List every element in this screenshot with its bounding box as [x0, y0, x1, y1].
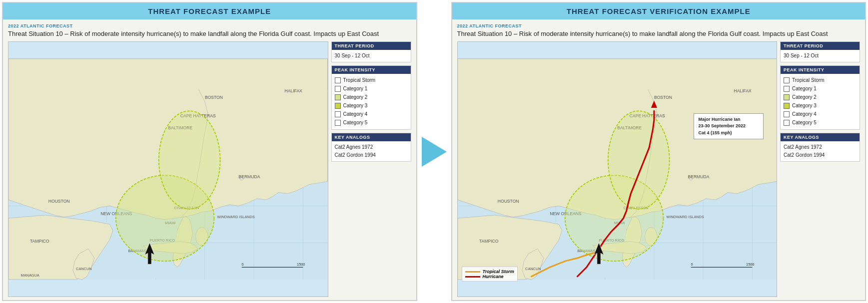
svg-text:HOUSTON: HOUSTON — [497, 199, 519, 204]
left-key-analogs-box: KEY ANALOGS Cat2 Agnes 1972 Cat2 Gordon … — [331, 133, 411, 162]
legend-label-ts: Tropical Storm — [343, 76, 376, 84]
left-threat-period-header: THREAT PERIOD — [332, 42, 411, 50]
right-arrow-icon — [422, 137, 447, 167]
right-threat-period-value: 30 Sep - 12 Oct — [781, 50, 860, 62]
left-map: BOSTON CAPE HATTERAS BALTIMORE BERMUDA H… — [8, 41, 328, 297]
r-legend-label-cat2: Category 2 — [792, 93, 817, 101]
hurricane-ian-line2: 23-30 September 2022 — [698, 123, 759, 130]
r-legend-label-ts: Tropical Storm — [792, 76, 825, 84]
r-legend-swatch-cat1 — [784, 86, 790, 92]
svg-text:WINDWARD ISLANDS: WINDWARD ISLANDS — [217, 215, 254, 219]
hurricane-ian-line1: Major Hurricane Ian — [698, 116, 759, 123]
right-panel: THREAT FORECAST VERIFICATION EXAMPLE 202… — [451, 2, 867, 301]
right-legend-content: Tropical Storm Category 1 Category 2 — [781, 74, 860, 129]
svg-text:1500: 1500 — [746, 262, 754, 267]
track-line-ts — [465, 271, 480, 273]
r-legend-swatch-ts — [784, 77, 790, 83]
right-key-analogs-header: KEY ANALOGS — [781, 133, 860, 141]
r-legend-item-cat5: Category 5 — [784, 119, 857, 127]
svg-text:1500: 1500 — [297, 262, 305, 267]
left-analog-1: Cat2 Agnes 1972 — [335, 143, 408, 151]
left-threat-period-box: THREAT PERIOD 30 Sep - 12 Oct — [331, 41, 411, 62]
left-forecast-label: 2022 ATLANTIC FORECAST — [8, 23, 411, 28]
svg-text:CANCUN: CANCUN — [525, 267, 541, 272]
legend-label-cat2: Category 2 — [343, 93, 368, 101]
legend-swatch-cat3 — [335, 103, 341, 109]
svg-text:HALIFAX: HALIFAX — [285, 89, 303, 94]
r-legend-swatch-cat3 — [784, 103, 790, 109]
r-legend-item-cat4: Category 4 — [784, 110, 857, 118]
r-legend-label-cat4: Category 4 — [792, 110, 817, 118]
left-panel-body: 2022 ATLANTIC FORECAST Threat Situation … — [3, 19, 416, 300]
r-legend-label-cat3: Category 3 — [792, 102, 817, 110]
right-forecast-text: Threat Situation 10 – Risk of moderate i… — [457, 29, 861, 38]
svg-text:HALIFAX: HALIFAX — [734, 89, 752, 94]
svg-text:0: 0 — [691, 262, 693, 267]
r-legend-swatch-cat4 — [784, 111, 790, 117]
svg-text:TAMPICO: TAMPICO — [30, 239, 49, 244]
r-legend-item-ts: Tropical Storm — [784, 76, 857, 84]
legend-label-cat5: Category 5 — [343, 119, 368, 127]
r-legend-item-cat3: Category 3 — [784, 102, 857, 110]
track-label-ts: Tropical Storm — [483, 269, 514, 274]
right-analog-1: Cat2 Agnes 1972 — [784, 143, 857, 151]
r-legend-label-cat5: Category 5 — [792, 119, 817, 127]
legend-item-ts: Tropical Storm — [335, 76, 408, 84]
legend-swatch-ts — [335, 77, 341, 83]
right-panel-body: 2022 ATLANTIC FORECAST Threat Situation … — [452, 19, 866, 300]
left-analog-2: Cat2 Gordon 1994 — [335, 151, 408, 159]
left-forecast-text: Threat Situation 10 – Risk of moderate i… — [8, 29, 411, 38]
legend-swatch-cat1 — [335, 86, 341, 92]
track-legend-hurricane: Hurricane — [465, 274, 514, 279]
hurricane-ian-box: Major Hurricane Ian 23-30 September 2022… — [694, 113, 764, 140]
left-threat-period-value: 30 Sep - 12 Oct — [332, 50, 411, 62]
left-legend-content: Tropical Storm Category 1 Category 2 — [332, 74, 411, 129]
svg-text:BOSTON: BOSTON — [654, 95, 672, 100]
left-panel-header: THREAT FORECAST EXAMPLE — [3, 3, 416, 19]
track-legend-ts: Tropical Storm — [465, 269, 514, 274]
svg-text:0: 0 — [242, 262, 244, 267]
legend-item-cat2: Category 2 — [335, 93, 408, 101]
svg-text:HOUSTON: HOUSTON — [48, 199, 70, 204]
svg-text:WINDWARD ISLANDS: WINDWARD ISLANDS — [666, 215, 704, 219]
legend-item-cat3: Category 3 — [335, 102, 408, 110]
r-legend-swatch-cat5 — [784, 120, 790, 126]
left-key-analogs-content: Cat2 Agnes 1972 Cat2 Gordon 1994 — [332, 141, 411, 161]
right-panel-header: THREAT FORECAST VERIFICATION EXAMPLE — [452, 3, 866, 19]
legend-label-cat3: Category 3 — [343, 102, 368, 110]
svg-point-30 — [159, 111, 220, 209]
r-legend-item-cat2: Category 2 — [784, 93, 857, 101]
legend-swatch-cat4 — [335, 111, 341, 117]
r-legend-swatch-cat2 — [784, 94, 790, 100]
right-analog-2: Cat2 Gordon 1994 — [784, 151, 857, 159]
right-peak-intensity-header: PEAK INTENSITY — [781, 66, 860, 74]
svg-text:MANAGUA: MANAGUA — [21, 273, 39, 278]
track-legend: Tropical Storm Hurricane — [462, 267, 518, 282]
track-label-hurricane: Hurricane — [483, 274, 504, 279]
r-legend-label-cat1: Category 1 — [792, 85, 817, 93]
right-peak-intensity-box: PEAK INTENSITY Tropical Storm Category 1 — [780, 65, 860, 130]
right-sidebar: THREAT PERIOD 30 Sep - 12 Oct PEAK INTEN… — [780, 41, 860, 297]
left-key-analogs-header: KEY ANALOGS — [332, 133, 411, 141]
left-peak-intensity-header: PEAK INTENSITY — [332, 66, 411, 74]
left-map-svg: BOSTON CAPE HATTERAS BALTIMORE BERMUDA H… — [8, 42, 328, 297]
transition-arrow — [419, 0, 449, 303]
svg-text:TAMPICO: TAMPICO — [479, 239, 498, 244]
right-key-analogs-box: KEY ANALOGS Cat2 Agnes 1972 Cat2 Gordon … — [780, 133, 860, 162]
legend-item-cat5: Category 5 — [335, 119, 408, 127]
left-content-row: BOSTON CAPE HATTERAS BALTIMORE BERMUDA H… — [8, 41, 411, 297]
right-forecast-label: 2022 ATLANTIC FORECAST — [457, 23, 861, 28]
right-content-row: BOSTON CAPE HATTERAS BALTIMORE BERMUDA H… — [457, 41, 861, 297]
legend-swatch-cat5 — [335, 120, 341, 126]
legend-item-cat4: Category 4 — [335, 110, 408, 118]
legend-label-cat1: Category 1 — [343, 85, 368, 93]
right-key-analogs-content: Cat2 Agnes 1972 Cat2 Gordon 1994 — [781, 141, 860, 161]
right-map-svg: BOSTON CAPE HATTERAS BALTIMORE BERMUDA H… — [458, 42, 777, 297]
legend-item-cat1: Category 1 — [335, 85, 408, 93]
left-panel: THREAT FORECAST EXAMPLE 2022 ATLANTIC FO… — [2, 2, 417, 301]
hurricane-ian-line3: Cat 4 (155 mph) — [698, 130, 759, 137]
right-threat-period-box: THREAT PERIOD 30 Sep - 12 Oct — [780, 41, 860, 62]
left-sidebar: THREAT PERIOD 30 Sep - 12 Oct PEAK INTEN… — [331, 41, 411, 297]
right-threat-period-header: THREAT PERIOD — [781, 42, 860, 50]
r-legend-item-cat1: Category 1 — [784, 85, 857, 93]
